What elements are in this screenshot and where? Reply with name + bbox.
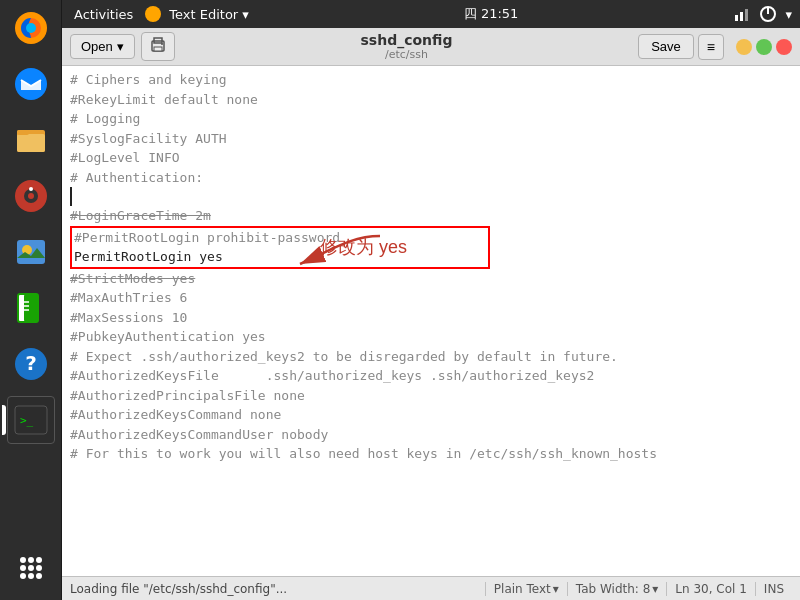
svg-rect-30 bbox=[745, 9, 748, 21]
window-title-center: sshd_config /etc/ssh bbox=[175, 32, 638, 61]
svg-text:>_: >_ bbox=[20, 414, 34, 427]
activities-button[interactable]: Activities bbox=[70, 7, 137, 22]
svg-point-22 bbox=[20, 565, 26, 571]
editor-area[interactable]: # Ciphers and keying #RekeyLimit default… bbox=[62, 66, 800, 576]
firefox-panel-icon bbox=[145, 6, 161, 22]
hamburger-menu-button[interactable]: ≡ bbox=[698, 34, 724, 60]
editor-line: #LogLevel INFO bbox=[70, 148, 792, 168]
editor-line: # Ciphers and keying bbox=[70, 70, 792, 90]
svg-rect-5 bbox=[17, 134, 45, 152]
sidebar-item-apps[interactable] bbox=[7, 544, 55, 592]
thunderbird-icon bbox=[13, 66, 49, 102]
sidebar-item-files[interactable] bbox=[7, 116, 55, 164]
apps-grid-icon bbox=[13, 550, 49, 586]
highlight-box: #PermitRootLogin prohibit-password Permi… bbox=[70, 226, 490, 269]
svg-point-27 bbox=[36, 573, 42, 579]
libreoffice-icon bbox=[13, 290, 49, 326]
editor-line: #SyslogFacility AUTH bbox=[70, 129, 792, 149]
svg-point-10 bbox=[29, 187, 33, 191]
app-name-text: Text Editor bbox=[169, 7, 238, 22]
svg-rect-28 bbox=[735, 15, 738, 21]
svg-point-20 bbox=[28, 557, 34, 563]
sidebar-item-thunderbird[interactable] bbox=[7, 60, 55, 108]
sidebar-item-rhythmbox[interactable] bbox=[7, 172, 55, 220]
title-filepath: /etc/ssh bbox=[175, 48, 638, 61]
annotation-region: #LoginGraceTime 2m #PermitRootLogin proh… bbox=[70, 206, 792, 269]
power-icon[interactable] bbox=[759, 5, 777, 23]
network-icon bbox=[733, 5, 751, 23]
main-window: Activities Text Editor ▾ 四 21:51 ▾ bbox=[62, 0, 800, 600]
status-tab-width[interactable]: Tab Width: 8 ▾ bbox=[568, 582, 668, 596]
status-bar: Loading file "/etc/ssh/sshd_config"... P… bbox=[62, 576, 800, 600]
sidebar-item-libreoffice[interactable] bbox=[7, 284, 55, 332]
open-button-label: Open bbox=[81, 39, 113, 54]
svg-point-36 bbox=[161, 43, 163, 45]
editor-line: #MaxSessions 10 bbox=[70, 308, 792, 328]
editor-line: # Logging bbox=[70, 109, 792, 129]
status-loading-text: Loading file "/etc/ssh/sshd_config"... bbox=[70, 582, 485, 596]
gnome-panel: Activities Text Editor ▾ 四 21:51 ▾ bbox=[62, 0, 800, 28]
svg-point-3 bbox=[15, 68, 47, 100]
help-icon: ? bbox=[13, 346, 49, 382]
firefox-icon bbox=[13, 10, 49, 46]
panel-clock: 四 21:51 bbox=[249, 5, 734, 23]
close-button[interactable] bbox=[776, 39, 792, 55]
editor-line: # Expect .ssh/authorized_keys2 to be dis… bbox=[70, 347, 792, 367]
editor-cursor-line bbox=[70, 187, 792, 206]
maximize-button[interactable] bbox=[756, 39, 772, 55]
editor-line: #LoginGraceTime 2m bbox=[70, 206, 792, 226]
sidebar-item-shotwell[interactable] bbox=[7, 228, 55, 276]
editor-line: #MaxAuthTries 6 bbox=[70, 288, 792, 308]
status-cursor-position: Ln 30, Col 1 bbox=[667, 582, 756, 596]
editor-line: #PubkeyAuthentication yes bbox=[70, 327, 792, 347]
panel-right-area: ▾ bbox=[733, 5, 792, 23]
svg-rect-14 bbox=[24, 294, 38, 322]
svg-point-26 bbox=[28, 573, 34, 579]
svg-point-9 bbox=[28, 193, 34, 199]
svg-text:?: ? bbox=[25, 351, 37, 375]
editor-line: #AuthorizedKeysCommandUser nobody bbox=[70, 425, 792, 445]
open-button-arrow: ▾ bbox=[117, 39, 124, 54]
editor-line: #AuthorizedKeysFile .ssh/authorized_keys… bbox=[70, 366, 792, 386]
svg-point-19 bbox=[20, 557, 26, 563]
svg-point-23 bbox=[28, 565, 34, 571]
editor-line: # Authentication: bbox=[70, 168, 792, 188]
print-icon bbox=[150, 37, 166, 53]
print-button[interactable] bbox=[141, 32, 175, 61]
svg-rect-35 bbox=[154, 47, 162, 51]
editor-line: #StrictModes yes bbox=[70, 269, 792, 289]
tab-width-label: Tab Width: 8 bbox=[576, 582, 650, 596]
editor-line: #AuthorizedKeysCommand none bbox=[70, 405, 792, 425]
type-dropdown-arrow: ▾ bbox=[553, 582, 559, 596]
svg-rect-29 bbox=[740, 12, 743, 21]
title-filename: sshd_config bbox=[175, 32, 638, 48]
system-menu-arrow[interactable]: ▾ bbox=[785, 7, 792, 22]
sidebar-item-terminal[interactable]: >_ bbox=[7, 396, 55, 444]
sidebar-item-help[interactable]: ? bbox=[7, 340, 55, 388]
editor-line: #AuthorizedPrincipalsFile none bbox=[70, 386, 792, 406]
clock-display: 四 21:51 bbox=[464, 6, 519, 21]
plain-text-label: Plain Text bbox=[494, 582, 551, 596]
gnome-dock: ? >_ bbox=[0, 0, 62, 600]
svg-point-25 bbox=[20, 573, 26, 579]
sidebar-item-firefox[interactable] bbox=[7, 4, 55, 52]
editor-line: PermitRootLogin yes bbox=[74, 247, 486, 267]
app-name-label: Text Editor ▾ bbox=[169, 7, 248, 22]
svg-point-24 bbox=[36, 565, 42, 571]
files-icon bbox=[13, 122, 49, 158]
editor-line: #RekeyLimit default none bbox=[70, 90, 792, 110]
shotwell-icon bbox=[13, 234, 49, 270]
window-controls bbox=[736, 39, 792, 55]
minimize-button[interactable] bbox=[736, 39, 752, 55]
toolbar-left: Open ▾ bbox=[70, 32, 175, 61]
save-button[interactable]: Save bbox=[638, 34, 694, 59]
toolbar-right: Save ≡ bbox=[638, 34, 792, 60]
svg-point-21 bbox=[36, 557, 42, 563]
svg-rect-6 bbox=[17, 130, 29, 135]
rhythmbox-icon bbox=[13, 178, 49, 214]
tab-dropdown-arrow: ▾ bbox=[652, 582, 658, 596]
open-button[interactable]: Open ▾ bbox=[70, 34, 135, 59]
terminal-icon: >_ bbox=[13, 402, 49, 438]
status-insert-mode: INS bbox=[756, 582, 792, 596]
status-file-type[interactable]: Plain Text ▾ bbox=[485, 582, 568, 596]
